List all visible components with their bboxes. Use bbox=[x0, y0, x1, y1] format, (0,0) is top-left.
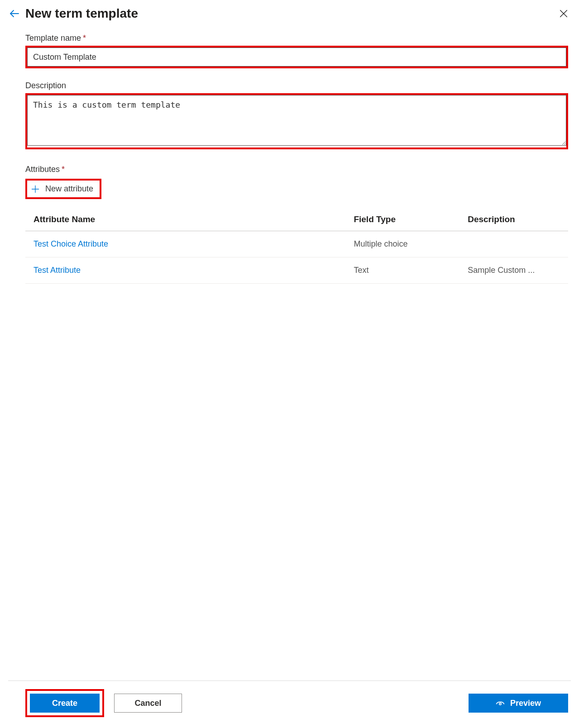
col-header-desc[interactable]: Description bbox=[459, 208, 568, 231]
description-cell: Sample Custom ... bbox=[459, 257, 568, 284]
attributes-label: Attributes* bbox=[25, 165, 568, 174]
new-attribute-label: New attribute bbox=[45, 184, 93, 194]
back-button[interactable] bbox=[8, 7, 21, 20]
page-header: New term template bbox=[8, 6, 571, 21]
attribute-link[interactable]: Test Attribute bbox=[33, 266, 81, 275]
page-title: New term template bbox=[25, 6, 138, 21]
preview-icon bbox=[496, 699, 505, 708]
cancel-button[interactable]: Cancel bbox=[114, 694, 182, 713]
close-icon bbox=[559, 9, 569, 19]
close-button[interactable] bbox=[556, 6, 571, 21]
attribute-link[interactable]: Test Choice Attribute bbox=[33, 239, 108, 248]
preview-button[interactable]: Preview bbox=[469, 694, 568, 713]
new-attribute-button[interactable]: New attribute bbox=[27, 181, 100, 197]
template-name-input[interactable] bbox=[27, 48, 566, 67]
arrow-left-icon bbox=[9, 8, 20, 19]
description-textarea[interactable] bbox=[27, 95, 566, 146]
svg-point-5 bbox=[499, 703, 501, 705]
table-row: Test Attribute Text Sample Custom ... bbox=[25, 257, 568, 284]
preview-label: Preview bbox=[510, 699, 541, 708]
footer-bar: Create Cancel Preview bbox=[8, 680, 571, 717]
attributes-table: Attribute Name Field Type Description Te… bbox=[25, 208, 568, 284]
description-label: Description bbox=[25, 81, 568, 90]
description-cell bbox=[459, 231, 568, 257]
table-row: Test Choice Attribute Multiple choice bbox=[25, 231, 568, 257]
template-name-label: Template name* bbox=[25, 33, 568, 43]
col-header-name[interactable]: Attribute Name bbox=[25, 208, 345, 231]
create-button[interactable]: Create bbox=[30, 694, 100, 713]
field-type-cell: Multiple choice bbox=[345, 231, 459, 257]
col-header-type[interactable]: Field Type bbox=[345, 208, 459, 231]
plus-icon bbox=[31, 185, 40, 194]
field-type-cell: Text bbox=[345, 257, 459, 284]
